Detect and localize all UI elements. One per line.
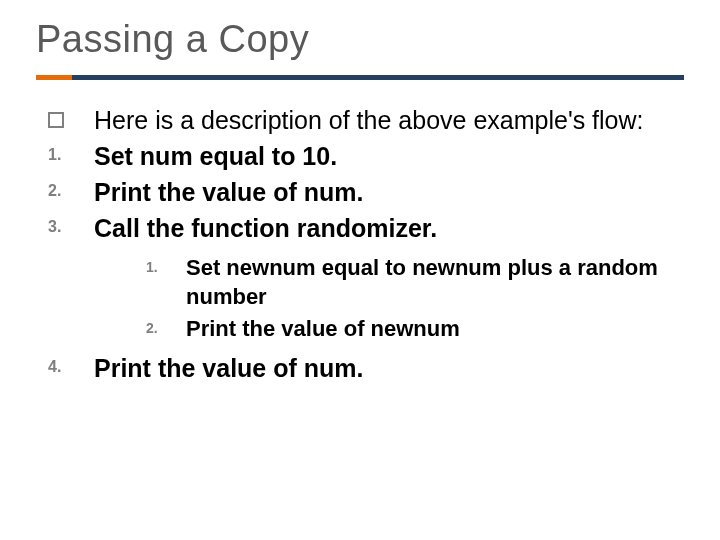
sub-item-2: 2. Print the value of newnum [146, 314, 684, 344]
list-text: Print the value of num. [94, 350, 684, 386]
list-marker: 4. [36, 350, 94, 376]
title-underline [36, 75, 684, 80]
content-area: Here is a description of the above examp… [36, 104, 684, 386]
list-item-3: 3. Call the function randomizer. [36, 210, 684, 246]
intro-text: Here is a description of the above examp… [94, 104, 684, 138]
sub-marker: 1. [146, 253, 186, 275]
slide: Passing a Copy Here is a description of … [0, 0, 720, 540]
list-marker: 1. [36, 138, 94, 164]
intro-row: Here is a description of the above examp… [36, 104, 684, 138]
list-marker: 2. [36, 174, 94, 200]
title-underline-accent [36, 75, 72, 80]
sub-text: Print the value of newnum [186, 314, 684, 344]
sub-text: Set newnum equal to newnum plus a random… [186, 253, 684, 312]
list-item-1: 1. Set num equal to 10. [36, 138, 684, 174]
sub-list: 1. Set newnum equal to newnum plus a ran… [146, 253, 684, 344]
sub-marker: 2. [146, 314, 186, 336]
sub-item-1: 1. Set newnum equal to newnum plus a ran… [146, 253, 684, 312]
list-item-2: 2. Print the value of num. [36, 174, 684, 210]
slide-title: Passing a Copy [36, 18, 684, 61]
list-text: Set num equal to 10. [94, 138, 684, 174]
list-text: Call the function randomizer. [94, 210, 684, 246]
list-marker: 3. [36, 210, 94, 236]
list-item-4: 4. Print the value of num. [36, 350, 684, 386]
square-bullet-icon [36, 104, 94, 128]
list-text: Print the value of num. [94, 174, 684, 210]
